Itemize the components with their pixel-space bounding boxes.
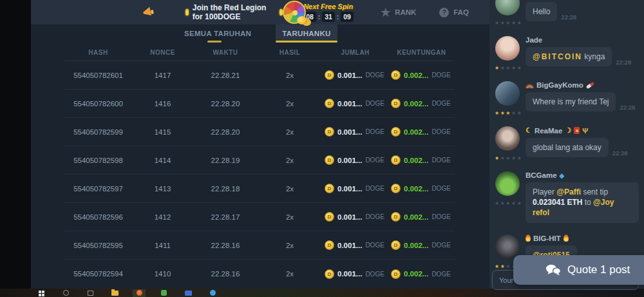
hash-cell: 554050782596 [64,213,132,221]
table-row[interactable]: 554050782594 1410 22.28.16 2x D 0.001...… [64,260,455,288]
announcement-text-group[interactable]: Join the Red Legion for 100DOGE [185,3,283,21]
spin-wheel-icon[interactable] [283,1,306,24]
timer-seconds: 09 [341,12,354,22]
file-explorer-icon[interactable] [108,289,121,297]
profit-amount: 0.002... [404,100,428,108]
main-panel: Join the Red Legion for 100DOGE Next Fre… [31,0,489,289]
waktu-cell: 22.28.17 [193,213,258,221]
doge-coin-icon: D [391,269,401,279]
chat-message[interactable]: ★★★★★ Jade @BITCOIN kynga 22:28 [489,35,644,73]
user-level-stars: ★★★★★ [495,20,522,26]
table-row[interactable]: 554050782600 1416 22.28.20 2x D 0.001...… [64,90,455,118]
user-level-stars: ★★★★★ [495,110,522,116]
doge-coin-icon: D [325,99,334,108]
doge-coin-icon: D [325,127,334,137]
avatar[interactable] [495,235,520,259]
avatar[interactable] [495,0,520,15]
chat-username[interactable]: Jade [526,36,542,44]
hasil-cell: 2x [258,72,322,79]
nonce-cell: 1415 [132,128,193,136]
chat-timestamp: 22:28 [620,104,635,111]
chat-username[interactable]: BIG-HIT [533,235,561,242]
chat-username[interactable]: ReaMae [535,127,562,135]
doge-coin-icon: D [325,212,334,222]
profit-amount: 0.002... [404,185,428,193]
doge-coin-icon: D [391,212,401,222]
table-row[interactable]: 554050782598 1414 22.28.19 2x D 0.001...… [64,146,455,175]
jumlah-cell: D 0.001... DOGE [322,212,388,222]
mention-link[interactable]: @BITCOIN [533,52,582,61]
search-icon[interactable] [59,289,72,297]
chat-message[interactable]: ★★★★★ ☾ ReaMae ☽ Ψ global lang ata okay … [489,125,644,164]
rank-button[interactable]: ★ RANK [381,7,416,18]
avatar[interactable] [495,36,520,61]
doge-coin-icon: D [325,240,334,250]
tab-taruhanku-underline [276,41,337,43]
spin-countdown-timer: 08 : 31 : 09 [303,12,354,22]
chat-message[interactable]: ★★★★★ Joy refol Hello 22:28 [489,0,644,28]
chat-bubble[interactable]: @BITCOIN kynga [526,47,612,66]
doge-coin-icon: D [391,99,401,108]
app-window: Join the Red Legion for 100DOGE Next Fre… [0,0,644,297]
chat-username[interactable]: BCGame [526,171,557,179]
table-row[interactable]: 554050782597 1413 22.28.18 2x D 0.001...… [64,175,455,203]
rank-label: RANK [395,8,416,16]
chat-bubble[interactable]: Player @Paffi sent tip 0.023041 ETH to @… [526,182,639,223]
chat-message[interactable]: ★★★★★ BigGayKomo Where is my friend Tej … [489,80,644,119]
table-row[interactable]: 554050782596 1412 22.28.17 2x D 0.001...… [64,203,455,231]
profit-amount: 0.002... [404,242,428,249]
avatar[interactable] [495,171,520,196]
hasil-cell: 2x [258,128,322,136]
quote-post-button[interactable]: Quote 1 post [513,255,644,285]
chat-bubble[interactable]: Hello [526,2,557,21]
waktu-cell: 22.28.18 [193,185,258,193]
profit-amount: 0.002... [404,213,428,221]
fire-icon [526,235,531,242]
announcement-text: Join the Red Legion for 100DOGE [193,3,276,21]
megaphone-icon [142,5,156,19]
avatar[interactable] [495,126,520,151]
tab-semua-taruhan[interactable]: SEMUA TARUHAN [184,24,251,42]
keuntungan-cell: D 0.002... DOGE [388,212,455,222]
currency-label: DOGE [365,128,384,135]
task-view-icon[interactable] [84,289,97,297]
chat-message[interactable]: ★★★★★ BCGame ◆ Player @Paffi sent tip 0.… [489,170,644,223]
table-row[interactable]: 554050782595 1411 22.28.16 2x D 0.001...… [64,231,455,260]
windows-start-icon[interactable] [35,289,48,297]
chat-username[interactable]: BigGayKomo [536,81,583,89]
col-nonce: NONCE [132,49,193,56]
nonce-cell: 1411 [132,242,193,249]
free-spin-widget[interactable]: Next Free Spin 08 : 31 : 09 [283,1,354,24]
app-icon-blue-circle[interactable] [206,289,219,297]
faq-button[interactable]: ? FAQ [439,8,469,17]
currency-label: DOGE [431,185,450,192]
trident-icon: Ψ [582,127,588,135]
chat-bubble[interactable]: global lang ata okay [526,138,609,157]
tab-taruhanku[interactable]: TARUHANKU [276,24,337,42]
currency-label: DOGE [365,242,384,249]
hasil-cell: 2x [258,185,322,193]
hash-cell: 554050782595 [64,242,132,249]
chat-panel: ★★★★★ Joy refol Hello 22:28 ★★★★★ Jade @… [489,0,644,289]
timer-separator: : [337,14,339,21]
crescent-moon-icon: ☽ [565,126,571,135]
chat-bubbles-icon [545,264,561,276]
table-row[interactable]: 554050782599 1415 22.28.20 2x D 0.001...… [64,118,455,146]
nonce-cell: 1417 [132,72,193,79]
col-hasil: HASIL [258,49,322,56]
col-waktu: WAKTU [193,49,258,56]
nonce-cell: 1412 [132,213,193,221]
browser-icon[interactable] [133,289,146,297]
app-icon-blue-window[interactable] [182,289,194,297]
hasil-cell: 2x [258,242,322,249]
nonce-cell: 1416 [132,100,193,108]
avatar[interactable] [495,81,520,106]
mention-link[interactable]: @Paffi [556,187,581,196]
chat-bubble[interactable]: Where is my friend Tej [526,92,616,111]
table-row[interactable]: 554050782601 1417 22.28.21 2x D 0.001...… [64,61,455,90]
blue-gem-icon: ◆ [560,172,565,179]
red-card-icon [574,127,580,134]
app-icon-green[interactable] [157,289,170,297]
question-mark-icon: ? [439,8,449,17]
jumlah-cell: D 0.001... DOGE [322,184,388,193]
